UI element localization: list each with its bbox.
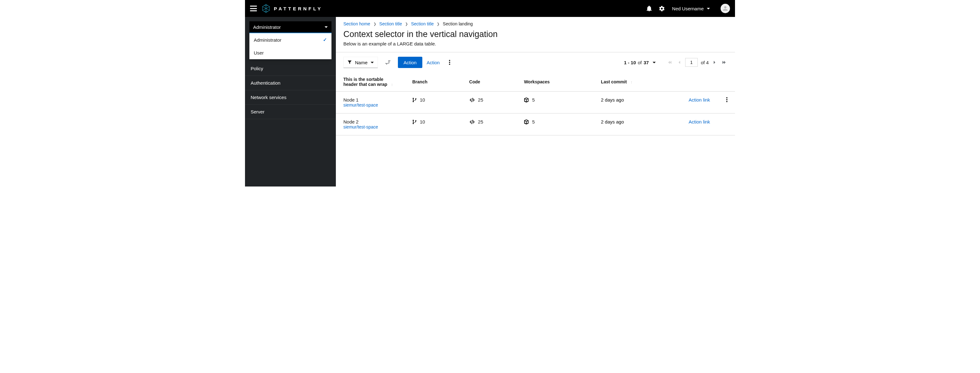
secondary-action-link[interactable]: Action xyxy=(427,60,440,65)
breadcrumb-link[interactable]: Section home xyxy=(344,21,370,26)
settings-icon[interactable] xyxy=(659,6,665,11)
pager-next[interactable] xyxy=(712,60,718,65)
caret-down-icon xyxy=(707,8,710,10)
row-repo-link[interactable]: siemur/test-space xyxy=(344,124,397,129)
context-selector-toggle[interactable]: Administrator xyxy=(250,21,331,33)
page-number-input[interactable] xyxy=(685,58,698,67)
notifications-icon[interactable] xyxy=(647,6,652,11)
workspaces-value: 5 xyxy=(532,119,535,124)
pager-prev[interactable] xyxy=(676,60,682,65)
svg-point-5 xyxy=(726,101,727,102)
column-header-code: Code xyxy=(462,72,517,91)
username: Ned Username xyxy=(672,6,704,11)
caret-down-icon xyxy=(325,26,328,28)
context-option-user[interactable]: User xyxy=(250,46,331,59)
page-of-text: of 4 xyxy=(701,60,709,65)
cube-icon xyxy=(524,97,529,102)
code-value: 25 xyxy=(478,119,484,124)
sort-amount-down-icon xyxy=(385,60,390,65)
sidebar: Administrator Administrator ✓ User Polic… xyxy=(245,17,336,186)
toolbar: Name Action Action 1 - 10 of 37 xyxy=(336,52,735,72)
logo-icon xyxy=(261,4,271,13)
context-option-administrator[interactable]: Administrator ✓ xyxy=(250,33,331,46)
caret-down-icon xyxy=(652,62,656,63)
breadcrumb: Section home ❯ Section title ❯ Section t… xyxy=(336,17,735,26)
angle-left-icon xyxy=(678,60,681,65)
context-option-label: User xyxy=(254,50,264,56)
nav-list: Policy Authentication Network services S… xyxy=(245,61,336,119)
context-selector-menu: Administrator ✓ User xyxy=(250,33,331,59)
svg-point-2 xyxy=(449,64,450,65)
menu-toggle[interactable] xyxy=(250,6,257,11)
context-selector: Administrator Administrator ✓ User xyxy=(250,21,331,33)
chevron-right-icon: ❯ xyxy=(374,22,376,26)
column-header-workspaces: Workspaces xyxy=(516,72,593,91)
pagination: 1 - 10 of 37 of 4 xyxy=(624,58,727,67)
svg-point-0 xyxy=(449,60,450,61)
angle-right-icon xyxy=(713,60,716,65)
col-label: Last commit xyxy=(601,79,627,84)
page-title: Context selector in the vertical navigat… xyxy=(336,26,735,41)
caret-down-icon xyxy=(371,62,374,63)
data-table: This is the sortable header that can wra… xyxy=(336,72,735,135)
range-bold: 1 - 10 xyxy=(624,60,636,65)
row-repo-link[interactable]: siemur/test-space xyxy=(344,102,397,107)
arrows-v-icon: ↕ xyxy=(391,83,393,87)
row-name: Node 2 xyxy=(344,119,397,124)
branch-value: 10 xyxy=(420,97,425,102)
angle-double-left-icon xyxy=(668,60,672,65)
branch-value: 10 xyxy=(420,119,425,124)
nav-item-policy[interactable]: Policy xyxy=(245,61,336,76)
context-selected-label: Administrator xyxy=(253,24,281,30)
column-header-branch: Branch xyxy=(405,72,462,91)
cube-icon xyxy=(524,120,529,124)
arrows-v-icon: ↕ xyxy=(630,80,632,84)
col-label: This is the sortable header that can wra… xyxy=(344,77,387,87)
kebab-icon xyxy=(726,97,727,102)
nav-item-server[interactable]: Server xyxy=(245,105,336,119)
page-subtitle: Below is an example of a LARGE data tabl… xyxy=(336,41,735,52)
code-branch-icon xyxy=(412,120,417,124)
brand[interactable]: PATTERNFLY xyxy=(261,4,323,13)
filter-icon xyxy=(347,60,352,65)
toolbar-kebab[interactable] xyxy=(444,57,455,68)
filter-label: Name xyxy=(355,60,368,65)
nav-item-authentication[interactable]: Authentication xyxy=(245,76,336,90)
chevron-right-icon: ❯ xyxy=(405,22,408,26)
main-content: Section home ❯ Section title ❯ Section t… xyxy=(336,17,735,186)
pager-last[interactable] xyxy=(721,60,727,65)
sort-button[interactable] xyxy=(382,57,393,68)
breadcrumb-current: Section landing xyxy=(443,21,473,26)
angle-double-right-icon xyxy=(722,60,726,65)
nav-item-network-services[interactable]: Network services xyxy=(245,90,336,105)
column-header-last-commit[interactable]: Last commit ↕ xyxy=(593,72,681,91)
chevron-right-icon: ❯ xyxy=(437,22,439,26)
pager-first[interactable] xyxy=(667,60,673,65)
context-option-label: Administrator xyxy=(254,37,282,43)
pagination-range[interactable]: 1 - 10 of 37 xyxy=(624,60,656,65)
code-value: 25 xyxy=(478,97,484,102)
filter-dropdown[interactable]: Name xyxy=(344,57,378,68)
brand-text: PATTERNFLY xyxy=(274,6,323,11)
column-header-sortable[interactable]: This is the sortable header that can wra… xyxy=(336,72,405,91)
kebab-icon xyxy=(449,60,450,65)
row-kebab[interactable] xyxy=(726,98,727,103)
code-icon xyxy=(469,120,475,124)
user-menu[interactable]: Ned Username xyxy=(672,6,710,11)
svg-point-1 xyxy=(449,62,450,63)
table-row: Node 2 siemur/test-space 10 25 5 2 days … xyxy=(336,113,735,135)
workspaces-value: 5 xyxy=(532,97,535,102)
breadcrumb-link[interactable]: Section title xyxy=(411,21,434,26)
table-row: Node 1 siemur/test-space 10 25 5 2 days … xyxy=(336,91,735,113)
of-text: of xyxy=(638,60,642,65)
breadcrumb-link[interactable]: Section title xyxy=(379,21,402,26)
svg-point-3 xyxy=(726,97,727,99)
row-action-link[interactable]: Action link xyxy=(689,119,710,124)
row-action-link[interactable]: Action link xyxy=(689,97,710,102)
last-commit-value: 2 days ago xyxy=(593,113,681,135)
avatar[interactable] xyxy=(721,4,730,13)
code-branch-icon xyxy=(412,97,417,102)
primary-action-button[interactable]: Action xyxy=(398,57,422,68)
svg-point-4 xyxy=(726,99,727,100)
last-commit-value: 2 days ago xyxy=(593,91,681,113)
